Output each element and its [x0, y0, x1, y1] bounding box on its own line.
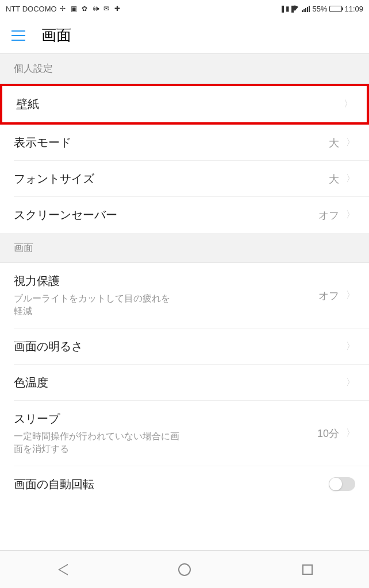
section-header-display: 画面 — [0, 233, 369, 263]
menu-button[interactable] — [11, 30, 25, 41]
setting-label: フォントサイズ — [14, 171, 329, 187]
setting-label: 色温度 — [14, 375, 346, 390]
setting-font-size[interactable]: フォントサイズ 大 〉 — [0, 161, 369, 197]
setting-value: オフ — [318, 208, 339, 222]
chevron-right-icon: 〉 — [346, 427, 355, 439]
setting-value: 10分 — [317, 427, 339, 440]
battery-icon — [329, 6, 342, 12]
setting-label: 画面の自動回転 — [14, 477, 329, 492]
nav-home-button[interactable] — [167, 552, 202, 587]
vibrate-icon: ❚▮❚ — [280, 5, 288, 13]
setting-eye-comfort[interactable]: 視力保護 ブルーライトをカットして目の疲れを軽減 オフ 〉 — [0, 263, 369, 328]
wifi-icon — [290, 5, 299, 13]
toggle-knob — [329, 478, 342, 490]
setting-label: 表示モード — [14, 135, 329, 150]
chevron-right-icon: 〉 — [346, 209, 355, 221]
sync-icon: ✢ — [60, 5, 68, 13]
chevron-right-icon: 〉 — [346, 173, 355, 185]
navigation-bar — [0, 550, 369, 588]
status-left: NTT DOCOMO ✢ ▣ ✿ 🕪 ✉ ✚ — [6, 5, 122, 13]
back-icon — [57, 564, 67, 575]
setting-sleep[interactable]: スリープ 一定時間操作が行われていない場合に画面を消灯する 10分 〉 — [0, 401, 369, 466]
setting-value: 大 — [329, 172, 339, 186]
setting-label: スクリーンセーバー — [14, 207, 318, 223]
plus-icon: ✚ — [114, 5, 122, 13]
section-header-personal: 個人設定 — [0, 54, 369, 84]
setting-label: 画面の明るさ — [14, 339, 346, 354]
setting-value: 大 — [329, 136, 339, 150]
setting-brightness[interactable]: 画面の明るさ 〉 — [0, 328, 369, 365]
toggle-switch[interactable] — [329, 477, 355, 491]
nav-recent-button[interactable] — [290, 552, 325, 587]
chevron-right-icon: 〉 — [346, 377, 355, 389]
setting-wallpaper[interactable]: 壁紙 〉 — [0, 84, 369, 125]
status-right: ❚▮❚ 55% 11:09 — [280, 5, 363, 13]
recent-icon — [302, 564, 313, 575]
setting-color-temp[interactable]: 色温度 〉 — [0, 365, 369, 401]
page-title: 画面 — [41, 25, 71, 45]
mail-icon: ✉ — [103, 5, 112, 13]
setting-label: スリープ — [14, 411, 317, 427]
battery-pct: 55% — [312, 5, 327, 13]
setting-label: 壁紙 — [16, 96, 344, 112]
setting-screensaver[interactable]: スクリーンセーバー オフ 〉 — [0, 197, 369, 233]
sound-icon: 🕪 — [93, 5, 101, 13]
chevron-right-icon: 〉 — [346, 289, 355, 301]
fan-icon: ✿ — [82, 5, 90, 13]
app-header: 画面 — [0, 17, 369, 54]
status-bar: NTT DOCOMO ✢ ▣ ✿ 🕪 ✉ ✚ ❚▮❚ 55% 11:09 — [0, 0, 369, 17]
carrier-label: NTT DOCOMO — [6, 5, 57, 13]
setting-desc: 一定時間操作が行われていない場合に画面を消灯する — [14, 430, 180, 456]
nav-back-button[interactable] — [44, 552, 79, 587]
setting-auto-rotate[interactable]: 画面の自動回転 — [0, 466, 369, 502]
home-icon — [178, 563, 191, 576]
setting-display-mode[interactable]: 表示モード 大 〉 — [0, 125, 369, 161]
setting-value: オフ — [318, 289, 339, 303]
chevron-right-icon: 〉 — [346, 341, 355, 353]
setting-label: 視力保護 — [14, 273, 318, 289]
setting-desc: ブルーライトをカットして目の疲れを軽減 — [14, 292, 175, 318]
calendar-icon: ▣ — [71, 5, 79, 13]
chevron-right-icon: 〉 — [344, 98, 353, 110]
signal-icon — [302, 5, 310, 12]
clock: 11:09 — [344, 5, 363, 13]
chevron-right-icon: 〉 — [346, 137, 355, 149]
